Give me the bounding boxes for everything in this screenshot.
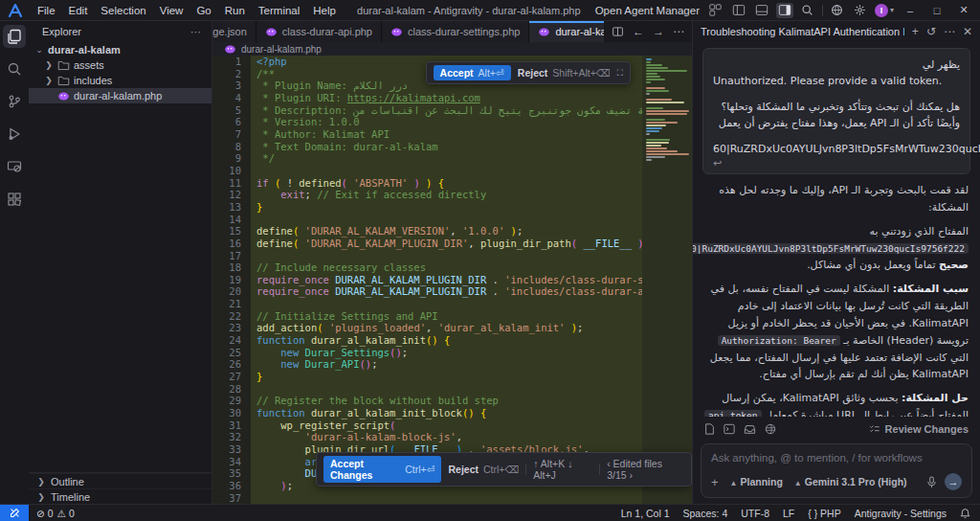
assistant-response: لقد قمت بالبحث وتجربة الـ API، وإليك ما … [702, 174, 970, 417]
editor-more-actions-icon[interactable]: ⋯ [673, 25, 684, 38]
toggle-panel-icon[interactable] [753, 3, 770, 18]
new-file-icon[interactable] [704, 423, 715, 435]
warnings-indicator[interactable]: ⚠ 0 [57, 508, 75, 519]
reject-button[interactable]: RejectShift+Alt+⌫ [518, 67, 611, 79]
accept-changes-widget: Accept ChangesCtrl+⏎ RejectCtrl+⌫ ↑ Alt+… [316, 452, 692, 487]
tree-item-durar-al-kalam.php[interactable]: durar-al-kalam.php [29, 88, 212, 103]
panel-more-actions-icon[interactable]: ⋯ [944, 25, 955, 38]
maximize-button[interactable]: □ [926, 5, 947, 16]
toggle-secondary-sidebar-icon[interactable] [776, 3, 793, 18]
run-debug-icon[interactable] [3, 123, 26, 146]
minimize-button[interactable]: – [900, 5, 921, 16]
tab-class-durar-settings.php[interactable]: class-durar-settings.php [382, 21, 529, 42]
status-item-lf[interactable]: LF [783, 508, 794, 519]
code-content[interactable]: <?php/** * Plugin Name: درر الكلام * Plu… [251, 56, 642, 504]
add-context-icon[interactable]: + [711, 475, 719, 489]
status-item-php[interactable]: { } PHP [808, 508, 840, 519]
extensions-icon[interactable] [3, 188, 26, 211]
accept-button[interactable]: AcceptAlt+⏎ [434, 65, 511, 80]
status-item-ln-1-col-1[interactable]: Ln 1, Col 1 [621, 508, 670, 519]
mic-icon[interactable] [926, 476, 937, 488]
restore-checkpoint-icon[interactable]: ↩ [713, 157, 960, 170]
accept-changes-button[interactable]: Accept ChangesCtrl+⏎ [323, 456, 441, 483]
minimap[interactable] [642, 56, 692, 504]
navigate-forward-icon[interactable]: → [653, 25, 664, 38]
notifications-bell-icon[interactable] [960, 508, 970, 519]
edited-files-pager[interactable]: ‹ Edited files 3/15 › [607, 458, 684, 481]
tree-chevron-icon: ⌄ [34, 45, 44, 55]
code-editor[interactable]: 1234567891011121314151617181920212223242… [212, 56, 692, 504]
line-number: 17 [212, 250, 241, 262]
change-navigation[interactable]: ↑ Alt+K ↓ Alt+J [533, 458, 592, 481]
status-item-spaces-4[interactable]: Spaces: 4 [683, 508, 728, 519]
menu-edit[interactable]: Edit [62, 5, 95, 16]
conversation-scroll-area[interactable]: يظهر ليUnauthorized. Please provide a va… [693, 42, 980, 417]
tab-durar-al-kalam.php[interactable]: durar-al-kalam.php✕ [529, 21, 604, 42]
remote-indicator[interactable] [0, 505, 29, 521]
model-selector[interactable]: ▲Gemini 3.1 Pro (High) [794, 476, 907, 487]
assistant-globe-icon[interactable] [829, 3, 846, 18]
assistant-input-box[interactable]: + ▲Planning ▲Gemini 3.1 Pro (High) → [701, 443, 972, 498]
tab-package.json[interactable]: package.json [212, 21, 256, 42]
outline-section[interactable]: ❯Outline [29, 473, 212, 488]
editor-group: package.jsonclass-durar-api.phpclass-dur… [212, 21, 692, 504]
menu-run[interactable]: Run [218, 5, 252, 16]
menu-help[interactable]: Help [306, 5, 343, 16]
checklist-icon [869, 424, 880, 435]
reject-changes-button[interactable]: RejectCtrl+⌫ [448, 464, 519, 475]
errors-indicator[interactable]: ⊘ 0 [36, 508, 54, 519]
tab-class-durar-api.php[interactable]: class-durar-api.php [256, 21, 382, 42]
explorer-more-actions-icon[interactable]: ⋯ [190, 26, 202, 38]
open-agent-manager-button[interactable]: Open Agent Manager [595, 5, 700, 16]
customize-layout-icon[interactable] [707, 3, 724, 18]
mode-selector[interactable]: ▲Planning [730, 476, 783, 487]
terminal-icon[interactable] [724, 423, 735, 435]
explorer-icon[interactable] [3, 25, 26, 48]
line-number: 34 [212, 456, 241, 468]
minimap-line [646, 159, 652, 161]
tree-item-assets[interactable]: ❯assets [29, 57, 212, 73]
conversation-title: Troubleshooting KalimatAPI Authenticatio… [701, 26, 904, 37]
timeline-section[interactable]: ❯Timeline [29, 488, 212, 504]
menu-file[interactable]: File [31, 5, 62, 16]
search-icon[interactable] [799, 3, 816, 18]
line-number: 25 [212, 347, 241, 359]
search-sidebar-icon[interactable] [3, 57, 26, 80]
status-bar: ⊘ 0 ⚠ 0 Ln 1, Col 1Spaces: 4UTF-8LF{ } P… [0, 504, 980, 521]
navigate-back-icon[interactable]: ← [633, 25, 644, 38]
breadcrumb[interactable]: durar-al-kalam.php [212, 42, 692, 56]
menu-terminal[interactable]: Terminal [252, 5, 306, 16]
menu-view[interactable]: View [153, 5, 190, 16]
expand-icon[interactable]: ⛶ [617, 68, 623, 79]
send-button[interactable]: → [945, 473, 962, 490]
review-changes-button[interactable]: Review Changes [869, 423, 969, 435]
inbox-icon[interactable] [744, 423, 756, 435]
new-conversation-icon[interactable]: + [912, 25, 919, 38]
php-file-icon [390, 26, 403, 38]
line-number: 36 [212, 480, 241, 492]
browser-icon[interactable] [765, 423, 776, 435]
history-icon[interactable]: ↺ [926, 25, 936, 38]
status-item-antigravity-settings[interactable]: Antigravity - Settings [855, 508, 947, 519]
code-line: if ( ! defined( 'ABSPATH' ) ) { [256, 177, 642, 190]
close-panel-icon[interactable]: ✕ [963, 25, 972, 38]
settings-gear-icon[interactable] [852, 3, 869, 18]
remote-explorer-icon[interactable] [3, 155, 26, 178]
account-menu[interactable]: I▾ [875, 4, 894, 17]
tree-item-includes[interactable]: ❯includes [29, 73, 212, 88]
avatar: I [875, 4, 888, 17]
split-editor-icon[interactable] [612, 26, 624, 37]
minimap-line [646, 67, 668, 69]
status-item-utf-8[interactable]: UTF-8 [741, 508, 769, 519]
tab-label: durar-al-kalam.php [555, 26, 604, 37]
toggle-sidebar-icon[interactable] [730, 3, 747, 18]
menu-go[interactable]: Go [189, 5, 217, 16]
breadcrumb-file-name: durar-al-kalam.php [241, 44, 322, 55]
assistant-input[interactable] [711, 452, 962, 464]
source-control-icon[interactable] [3, 90, 26, 113]
line-number: 20 [212, 285, 241, 298]
close-button[interactable]: ✕ [953, 4, 974, 16]
menu-selection[interactable]: Selection [94, 5, 152, 16]
line-number: 29 [212, 395, 241, 407]
tree-item-durar-al-kalam[interactable]: ⌄durar-al-kalam [29, 42, 212, 57]
